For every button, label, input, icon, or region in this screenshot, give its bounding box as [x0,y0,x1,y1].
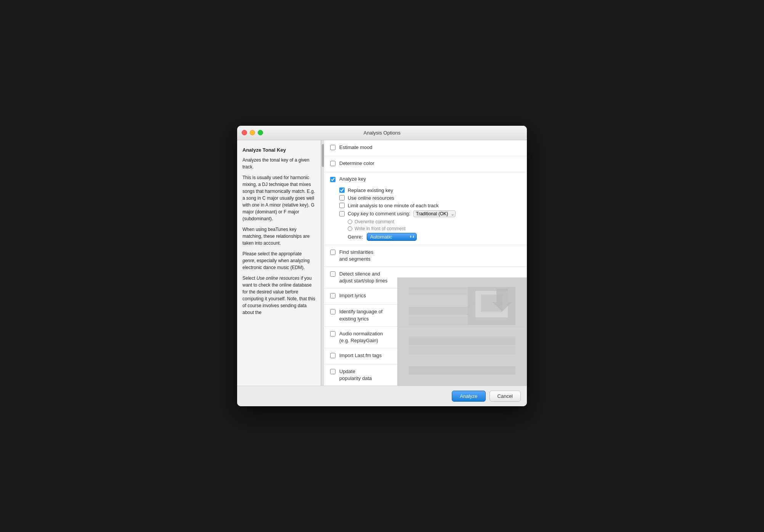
estimate-mood-checkbox[interactable] [330,145,335,150]
genre-select-wrapper: Automatic Pop/Rock Electronic/Dance Clas… [367,233,417,241]
detect-silence-checkbox[interactable] [330,271,335,277]
svg-rect-7 [409,356,515,365]
footer: Analyze Cancel [237,386,527,406]
window-title: Analysis Options [364,130,401,136]
import-lyrics-checkbox[interactable] [330,293,335,298]
sidebar-para-5: Select Use online resources if you want … [242,275,315,316]
analysis-options-window: Analysis Options Analyze Tonal Key Analy… [237,126,527,407]
audio-normalization-checkbox[interactable] [330,331,335,337]
svg-rect-4 [409,327,515,335]
sidebar-para-4: Please select the appropriate genre, esp… [242,250,315,271]
detect-silence-label: Detect silence and adjust start/stop tim… [339,271,387,284]
use-online-resources-option: Use online resources [339,195,521,201]
import-lastfm-label: Import Last.fm tags [339,352,382,359]
audio-normalization-label: Audio normalization (e.g. ReplayGain) [339,330,383,344]
genre-row: Genre: Automatic Pop/Rock Electronic/Dan… [339,233,521,241]
limit-analysis-label: Limit analysis to one minute of each tra… [348,203,438,208]
write-in-front-radio[interactable] [348,226,352,231]
minimize-button[interactable] [250,130,255,135]
sidebar-container: Analyze Tonal Key Analyzes the tonal key… [237,140,324,386]
copy-key-format-select[interactable]: Traditional (OK) Open Key Camelot [413,210,456,217]
overwrite-comment-label: Overwrite comment [355,219,394,224]
copy-key-label: Copy key to comment using: [348,211,410,216]
window-body: Analyze Tonal Key Analyzes the tonal key… [237,140,527,386]
sidebar-para-3: When using beaTunes key matching, these … [242,226,315,247]
determine-color-checkbox[interactable] [330,161,335,166]
limit-analysis-option: Limit analysis to one minute of each tra… [339,203,521,208]
analyze-button[interactable]: Analyze [452,391,485,402]
analyze-key-label: Analyze key [339,176,366,182]
write-in-front-label: Write in front of comment [355,226,406,231]
sidebar-heading: Analyze Tonal Key [242,146,315,154]
genre-label: Genre: [348,234,363,240]
maximize-button[interactable] [258,130,263,135]
placeholder-graphic [409,287,515,386]
import-lastfm-checkbox[interactable] [330,353,335,358]
sidebar-para-2: This is usually used for harmonic mixing… [242,174,315,222]
copy-key-checkbox[interactable] [339,211,345,216]
use-online-resources-checkbox[interactable] [339,195,345,200]
determine-color-label: Determine color [339,160,374,167]
traffic-lights [242,130,263,135]
copy-key-format-select-wrapper: Traditional (OK) Open Key Camelot [410,210,456,217]
update-popularity-label: Update popularity data [339,368,372,382]
cancel-button[interactable]: Cancel [490,391,521,402]
limit-analysis-checkbox[interactable] [339,203,345,208]
radio-group: Overwrite comment Write in front of comm… [339,219,521,231]
content-overlay [397,277,527,386]
analyze-key-section: Analyze key Replace existing key Use onl… [324,172,527,245]
title-bar: Analysis Options [237,126,527,140]
find-similarities-checkbox[interactable] [330,250,335,255]
estimate-mood-row: Estimate mood [324,140,527,156]
replace-existing-key-label: Replace existing key [348,187,393,193]
find-similarities-row: Find similarities and segments [324,245,527,267]
copy-key-to-comment-row: Copy key to comment using: Traditional (… [339,210,521,217]
sidebar-scrollbar[interactable] [321,140,324,386]
svg-rect-5 [409,337,515,345]
use-online-resources-label: Use online resources [348,195,394,201]
svg-rect-8 [409,366,515,375]
replace-existing-key-option: Replace existing key [339,187,521,193]
sidebar: Analyze Tonal Key Analyzes the tonal key… [237,140,321,386]
overwrite-comment-radio[interactable] [348,220,352,224]
import-lyrics-label: Import lyrics [339,292,366,299]
analyze-key-checkbox[interactable] [330,177,335,182]
close-button[interactable] [242,130,247,135]
sidebar-para-1: Analyzes the tonal key of a given track. [242,157,315,170]
content-area: Estimate mood Determine color Analyze ke… [324,140,527,386]
genre-select[interactable]: Automatic Pop/Rock Electronic/Dance Clas… [367,233,417,241]
update-popularity-checkbox[interactable] [330,369,335,374]
find-similarities-label: Find similarities and segments [339,249,374,263]
overwrite-comment-option: Overwrite comment [348,219,521,224]
identify-language-checkbox[interactable] [330,309,335,314]
svg-rect-6 [409,346,515,355]
analyze-key-header: Analyze key [324,172,527,186]
analyze-key-options: Replace existing key Use online resource… [324,186,527,245]
determine-color-row: Determine color [324,156,527,172]
replace-existing-key-checkbox[interactable] [339,187,345,193]
estimate-mood-label: Estimate mood [339,144,372,151]
identify-language-label: Identify language of existing lyrics [339,308,382,322]
write-in-front-option: Write in front of comment [348,226,521,231]
